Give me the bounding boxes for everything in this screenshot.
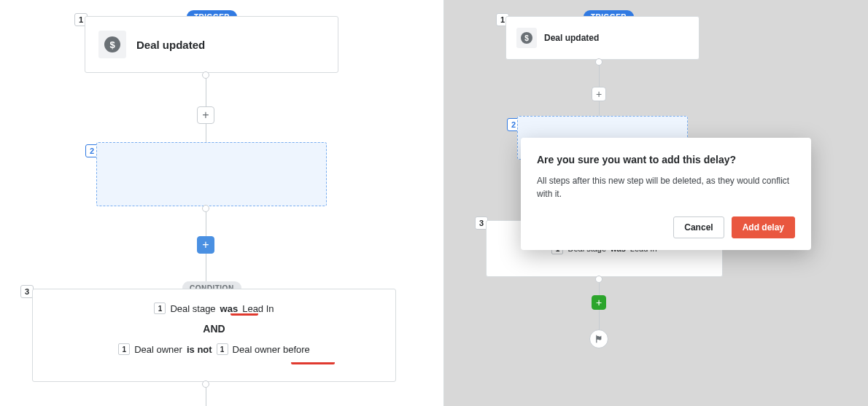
field-name: Deal owner before — [233, 344, 310, 355]
ref-chip: 1 — [118, 343, 130, 355]
connector-node — [202, 380, 209, 388]
ref-chip: 1 — [217, 343, 228, 355]
annotation-underline — [230, 312, 258, 316]
connector-node — [202, 205, 209, 212]
confirm-delay-modal: Are you sure you want to add this delay?… — [521, 138, 811, 250]
workflow-canvas-right: 1 TRIGGER $ Deal updated + 2 3 1 Deal st… — [444, 0, 868, 406]
boolean-and: AND — [203, 323, 225, 335]
cancel-button[interactable]: Cancel — [673, 216, 724, 238]
connector-line — [206, 124, 206, 142]
add-step-button-active[interactable]: + — [197, 236, 214, 254]
annotation-underline — [291, 361, 335, 364]
ref-chip: 1 — [154, 302, 166, 314]
field-name: Deal owner — [134, 344, 182, 355]
add-step-button[interactable]: + — [197, 106, 214, 124]
deal-icon-box: $ — [98, 31, 126, 58]
trigger-title: Deal updated — [136, 39, 205, 51]
condition-row-2: 1 Deal owner is not 1 Deal owner before — [118, 343, 310, 355]
condition-card[interactable]: 1 Deal stage was Lead In AND 1 Deal owne… — [32, 289, 396, 382]
modal-actions: Cancel Add delay — [537, 216, 795, 238]
modal-body: All steps after this new step will be de… — [537, 174, 795, 200]
modal-title: Are you sure you want to add this delay? — [537, 154, 795, 165]
dollar-icon: $ — [104, 36, 120, 52]
trigger-card[interactable]: $ Deal updated — [85, 16, 338, 73]
field-name: Deal stage — [170, 303, 215, 314]
workflow-canvas-left: 1 TRIGGER $ Deal updated + 2 + 3 CONDITI… — [0, 0, 443, 406]
connector-node — [202, 71, 209, 79]
operator-isnot: is not — [187, 344, 212, 355]
connector-line — [206, 254, 206, 284]
step-placeholder[interactable] — [96, 142, 327, 206]
add-delay-button[interactable]: Add delay — [732, 216, 795, 238]
